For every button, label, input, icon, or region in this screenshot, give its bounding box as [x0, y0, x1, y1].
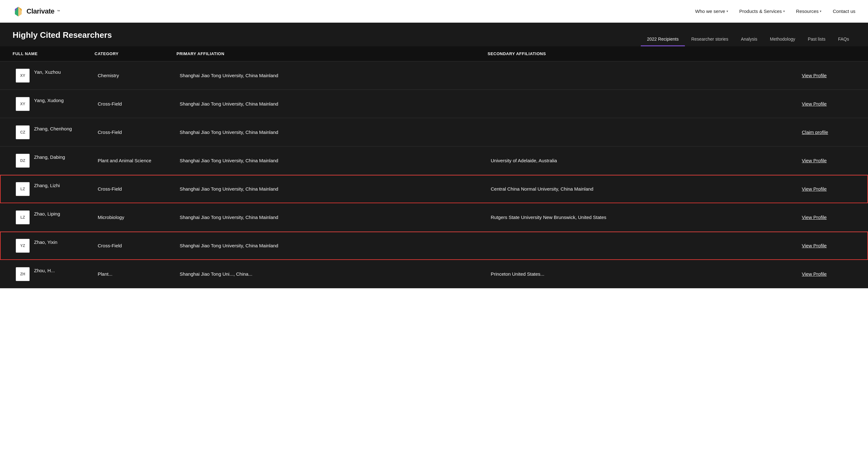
- researcher-name: Zhang, Chenhong: [34, 125, 72, 132]
- tab-faqs[interactable]: FAQs: [832, 33, 856, 46]
- secondary-affil-cell: Princeton United States...: [488, 265, 799, 283]
- logo-tm: ™: [57, 9, 60, 13]
- action-cell[interactable]: Claim profile: [799, 124, 856, 140]
- table-row: LZ Zhang, Lizhi Cross-Field Shanghai Jia…: [0, 175, 868, 203]
- chevron-down-icon: ▾: [820, 9, 822, 13]
- avatar: XY: [16, 97, 30, 111]
- name-cell: LZ Zhang, Lizhi: [12, 175, 95, 203]
- secondary-affil-cell: Rutgers State University New Brunswick, …: [488, 208, 799, 226]
- secondary-affil-cell: [488, 98, 799, 110]
- category-value: Microbiology: [98, 214, 124, 221]
- view-profile-link[interactable]: View Profile: [802, 271, 827, 276]
- primary-affil-cell: Shanghai Jiao Tong University, China Mai…: [177, 180, 488, 198]
- avatar: DZ: [16, 154, 30, 168]
- researcher-name: Zhou, H...: [34, 267, 55, 274]
- primary-affil-value: Shanghai Jiao Tong University, China Mai…: [180, 100, 278, 107]
- view-profile-link[interactable]: View Profile: [802, 215, 827, 220]
- name-cell: YZ Zhao, Yixin: [12, 232, 95, 260]
- view-profile-link[interactable]: View Profile: [802, 186, 827, 192]
- table-row: XY Yang, Xudong Cross-Field Shanghai Jia…: [0, 90, 868, 118]
- action-cell[interactable]: View Profile: [799, 67, 856, 84]
- nav-contact-us[interactable]: Contact us: [833, 8, 856, 14]
- action-cell[interactable]: View Profile: [799, 95, 856, 112]
- name-cell: DZ Zhang, Dabing: [12, 147, 95, 174]
- category-value: Cross-Field: [98, 242, 122, 249]
- avatar: ZH: [16, 267, 30, 281]
- col-header-fullname: FULL NAME: [12, 52, 95, 56]
- nav-resources-label: Resources: [796, 8, 819, 14]
- tab-2022-recipients[interactable]: 2022 Recipients: [641, 33, 685, 46]
- view-profile-link[interactable]: View Profile: [802, 243, 827, 248]
- main-header: Clarivate™ Who we serve ▾ Products & Ser…: [0, 0, 868, 23]
- view-profile-link[interactable]: Claim profile: [802, 130, 828, 135]
- primary-affil-value: Shanghai Jiao Tong University, China Mai…: [180, 242, 278, 249]
- category-cell: Cross-Field: [95, 95, 177, 113]
- category-value: Cross-Field: [98, 100, 122, 107]
- logo-text: Clarivate: [27, 7, 54, 15]
- primary-affil-value: Shanghai Jiao Tong Uni..., China...: [180, 271, 252, 277]
- category-value: Plant and Animal Science: [98, 157, 151, 164]
- name-cell: LZ Zhao, Liping: [12, 203, 95, 231]
- view-profile-link[interactable]: View Profile: [802, 101, 827, 106]
- primary-affil-cell: Shanghai Jiao Tong University, China Mai…: [177, 237, 488, 255]
- table-row: YZ Zhao, Yixin Cross-Field Shanghai Jiao…: [0, 232, 868, 260]
- tab-researcher-stories[interactable]: Researcher stories: [685, 33, 735, 46]
- category-cell: Cross-Field: [95, 237, 177, 255]
- tab-analysis[interactable]: Analysis: [735, 33, 764, 46]
- secondary-affil-cell: [488, 127, 799, 138]
- secondary-affil-cell: [488, 70, 799, 81]
- category-value: Cross-Field: [98, 129, 122, 135]
- table-row: ZH Zhou, H... Plant... Shanghai Jiao Ton…: [0, 260, 868, 288]
- primary-affil-value: Shanghai Jiao Tong University, China Mai…: [180, 186, 278, 192]
- researcher-name: Zhao, Liping: [34, 210, 60, 217]
- category-cell: Plant and Animal Science: [95, 152, 177, 169]
- primary-affil-cell: Shanghai Jiao Tong University, China Mai…: [177, 208, 488, 226]
- avatar: LZ: [16, 210, 30, 224]
- category-cell: Microbiology: [95, 208, 177, 226]
- table-row: DZ Zhang, Dabing Plant and Animal Scienc…: [0, 146, 868, 175]
- nav-who-we-serve[interactable]: Who we serve ▾: [695, 8, 728, 14]
- table-header-row: FULL NAME CATEGORY PRIMARY AFFILIATION S…: [0, 46, 868, 61]
- researchers-table: FULL NAME CATEGORY PRIMARY AFFILIATION S…: [0, 46, 868, 288]
- col-header-secondary: SECONDARY AFFILIATIONS: [488, 52, 799, 56]
- subheader: Highly Cited Researchers 2022 Recipients…: [0, 23, 868, 46]
- nav-products-services[interactable]: Products & Services ▾: [739, 8, 785, 14]
- secondary-affil-value: Rutgers State University New Brunswick, …: [491, 214, 607, 221]
- category-value: Cross-Field: [98, 186, 122, 192]
- avatar: LZ: [16, 182, 30, 196]
- view-profile-link[interactable]: View Profile: [802, 73, 827, 78]
- nav-products-services-label: Products & Services: [739, 8, 782, 14]
- sub-nav: 2022 Recipients Researcher stories Analy…: [641, 33, 856, 46]
- table-row: LZ Zhao, Liping Microbiology Shanghai Ji…: [0, 203, 868, 232]
- action-cell[interactable]: View Profile: [799, 266, 856, 282]
- table-row: XY Yan, Xuzhou Chemistry Shanghai Jiao T…: [0, 61, 868, 90]
- view-profile-link[interactable]: View Profile: [802, 158, 827, 163]
- category-cell: Cross-Field: [95, 123, 177, 141]
- action-cell[interactable]: View Profile: [799, 180, 856, 197]
- category-value: Plant...: [98, 271, 113, 277]
- action-cell[interactable]: View Profile: [799, 209, 856, 226]
- clarivate-logo-icon: [12, 6, 24, 17]
- tab-past-lists[interactable]: Past lists: [802, 33, 832, 46]
- action-cell[interactable]: View Profile: [799, 152, 856, 169]
- primary-affil-cell: Shanghai Jiao Tong University, China Mai…: [177, 152, 488, 169]
- primary-affil-value: Shanghai Jiao Tong University, China Mai…: [180, 214, 278, 221]
- category-cell: Plant...: [95, 265, 177, 283]
- col-header-category: CATEGORY: [95, 52, 177, 56]
- nav-resources[interactable]: Resources ▾: [796, 8, 822, 14]
- main-nav: Who we serve ▾ Products & Services ▾ Res…: [695, 8, 856, 14]
- chevron-down-icon: ▾: [783, 9, 785, 13]
- primary-affil-value: Shanghai Jiao Tong University, China Mai…: [180, 157, 278, 164]
- primary-affil-cell: Shanghai Jiao Tong University, China Mai…: [177, 95, 488, 113]
- secondary-affil-cell: University of Adelaide, Australia: [488, 152, 799, 169]
- tab-methodology[interactable]: Methodology: [764, 33, 802, 46]
- table-body: XY Yan, Xuzhou Chemistry Shanghai Jiao T…: [0, 61, 868, 288]
- secondary-affil-cell: Central China Normal University, China M…: [488, 180, 799, 198]
- primary-affil-value: Shanghai Jiao Tong University, China Mai…: [180, 129, 278, 135]
- logo-area[interactable]: Clarivate™: [12, 6, 60, 17]
- avatar: CZ: [16, 125, 30, 139]
- avatar: XY: [16, 69, 30, 83]
- primary-affil-value: Shanghai Jiao Tong University, China Mai…: [180, 72, 278, 79]
- researcher-name: Yang, Xudong: [34, 97, 64, 104]
- action-cell[interactable]: View Profile: [799, 237, 856, 254]
